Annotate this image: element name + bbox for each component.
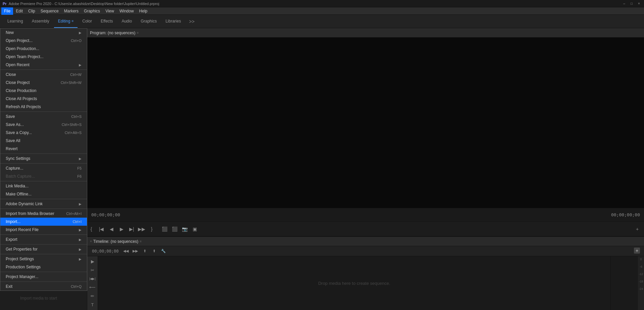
menu-item-close-all-projects[interactable]: Close All Projects — [0, 95, 87, 103]
timeline-back-btn[interactable]: ◀◀ — [122, 247, 130, 255]
timeline-extract-btn[interactable]: ⬆ — [150, 247, 158, 255]
maximize-button[interactable]: □ — [629, 1, 634, 6]
menu-markers[interactable]: Markers — [61, 7, 81, 15]
more-workspaces[interactable]: >> — [187, 17, 196, 26]
menu-item-save-copy[interactable]: Save a Copy... Ctrl+Alt+S — [0, 129, 87, 137]
timecode-right: 00;00;00;00 — [611, 212, 640, 217]
program-controls: { |◀ ◀ ▶ ▶| ▶▶ } ⬛ ⬛ 📷 ▣ + — [87, 221, 644, 236]
separator-5 — [0, 181, 87, 181]
program-monitor: Program: (no sequences) ≡ 00;00;00;00 00… — [87, 28, 644, 236]
menu-item-link-media[interactable]: Link Media... — [0, 182, 87, 190]
menu-item-exit[interactable]: Exit Ctrl+Q — [0, 282, 87, 291]
menu-clip[interactable]: Clip — [26, 7, 38, 15]
separator-4 — [0, 163, 87, 164]
insert-button[interactable]: ⬛ — [160, 225, 168, 233]
timecode-left: 00;00;00;00 — [91, 212, 120, 217]
step-forward-one[interactable]: ▶| — [128, 225, 136, 233]
separator-7 — [0, 209, 87, 209]
audio-scale: 0 -6 -12 -18 -24 — [638, 256, 644, 310]
menu-item-capture[interactable]: Capture... F5 — [0, 164, 87, 172]
separator-8 — [0, 234, 87, 235]
step-forward-many[interactable]: ▶▶ — [138, 225, 146, 233]
tab-learning[interactable]: Learning — [3, 15, 27, 28]
menu-item-import-from-media[interactable]: Import from Media Browser Ctrl+Alt+I — [0, 210, 87, 218]
text-tool-btn[interactable]: T — [88, 301, 97, 309]
program-menu-icon[interactable]: ≡ — [137, 31, 139, 35]
mark-out-button[interactable]: } — [148, 225, 156, 233]
import-hint: Import media to start — [20, 296, 57, 301]
program-timecode: 00;00;00;00 00;00;00;00 — [87, 208, 644, 221]
tab-assembly[interactable]: Assembly — [28, 15, 53, 28]
menu-item-open-project[interactable]: Open Project... Ctrl+O — [0, 37, 87, 45]
menu-item-open-production[interactable]: Open Production... — [0, 45, 87, 53]
menu-item-import-recent[interactable]: Import Recent File ▶ — [0, 226, 87, 234]
menu-file[interactable]: File — [1, 7, 13, 15]
menu-window[interactable]: Window — [117, 7, 137, 15]
window-title: Adobe Premiere Pro 2020 - C:\Users\e.aba… — [9, 2, 622, 6]
menu-item-project-settings[interactable]: Project Settings ▶ — [0, 255, 87, 263]
menu-item-save[interactable]: Save Ctrl+S — [0, 113, 87, 121]
mark-in-button[interactable]: { — [87, 225, 95, 233]
menu-item-new[interactable]: New ▶ — [0, 29, 87, 37]
selection-tool-btn[interactable]: ▶ — [88, 258, 97, 266]
program-header: Program: (no sequences) ≡ — [87, 28, 644, 38]
export-frame-button[interactable]: 📷 — [181, 225, 189, 233]
app-icon: Pr — [3, 2, 7, 6]
menu-graphics[interactable]: Graphics — [81, 7, 103, 15]
menu-item-open-team-project[interactable]: Open Team Project... — [0, 53, 87, 61]
timeline-toolbar: 00;00;00;00 ◀◀ ▶▶ ⬆ ⬆ 🔧 — [87, 246, 644, 256]
menu-item-save-as[interactable]: Save As... Ctrl+Shift+S — [0, 121, 87, 129]
menu-item-close[interactable]: Close Ctrl+W — [0, 71, 87, 79]
timeline-header: × Timeline: (no sequences) ≡ — [87, 237, 644, 246]
step-back-one[interactable]: ◀ — [107, 225, 115, 233]
tab-libraries[interactable]: Libraries — [161, 15, 185, 28]
menu-item-batch-capture[interactable]: Batch Capture... F6 — [0, 172, 87, 180]
timeline-wrench-btn[interactable]: 🔧 — [159, 247, 167, 255]
tab-color[interactable]: Color — [78, 15, 96, 28]
menu-item-import[interactable]: Import... Ctrl+I — [0, 218, 87, 226]
play-button[interactable]: ▶ — [117, 225, 126, 233]
menu-item-close-project[interactable]: Close Project Ctrl+Shift+W — [0, 79, 87, 87]
tab-audio[interactable]: Audio — [117, 15, 136, 28]
timeline-close-icon: × — [90, 239, 92, 243]
step-back-many[interactable]: |◀ — [97, 225, 105, 233]
separator-3 — [0, 153, 87, 154]
timeline-fwd-btn[interactable]: ▶▶ — [131, 247, 139, 255]
menu-item-make-offline[interactable]: Make Offline... — [0, 190, 87, 198]
tab-effects[interactable]: Effects — [97, 15, 117, 28]
main-area: New ▶ Open Project... Ctrl+O Open Produc… — [0, 28, 644, 310]
menu-item-save-all[interactable]: Save All — [0, 137, 87, 145]
track-select-btn[interactable]: ⟵ — [88, 283, 97, 292]
pen-tool-btn[interactable]: ✏ — [88, 292, 97, 300]
menu-item-export[interactable]: Export ▶ — [0, 235, 87, 243]
workspace-tabs: Learning Assembly Editing ≡ Color Effect… — [0, 15, 644, 28]
menu-item-get-properties[interactable]: Get Properties for ▶ — [0, 245, 87, 253]
menu-sequence[interactable]: Sequence — [38, 7, 61, 15]
razor-tool-btn[interactable]: ✂ — [88, 266, 97, 274]
menu-item-close-production[interactable]: Close Production — [0, 87, 87, 95]
tab-editing[interactable]: Editing ≡ — [54, 15, 78, 28]
menu-edit[interactable]: Edit — [13, 7, 26, 15]
menu-item-production-settings[interactable]: Production Settings — [0, 263, 87, 271]
timeline-lift-btn[interactable]: ⬆ — [141, 247, 149, 255]
menu-item-revert[interactable]: Revert — [0, 145, 87, 153]
minimize-button[interactable]: – — [622, 1, 627, 6]
compare-button[interactable]: ▣ — [191, 225, 199, 233]
add-to-timeline-button[interactable]: + — [633, 225, 641, 233]
ripple-tool-btn[interactable]: |◀▶| — [88, 275, 97, 283]
overwrite-button[interactable]: ⬛ — [170, 225, 179, 233]
tools-panel: ▶ ✂ |◀▶| ⟵ ✏ T — [87, 256, 98, 310]
menu-item-refresh-all-projects[interactable]: Refresh All Projects — [0, 103, 87, 111]
editing-tab-icon: ≡ — [71, 19, 73, 23]
menu-item-open-recent[interactable]: Open Recent ▶ — [0, 61, 87, 69]
tab-graphics[interactable]: Graphics — [137, 15, 161, 28]
separator-6 — [0, 199, 87, 199]
menu-item-sync-settings[interactable]: Sync Settings ▶ — [0, 154, 87, 163]
menu-item-project-manager[interactable]: Project Manager... — [0, 273, 87, 281]
timeline-menu-icon[interactable]: ≡ — [140, 239, 142, 243]
menu-item-adobe-dynamic-link[interactable]: Adobe Dynamic Link ▶ — [0, 200, 87, 208]
menu-help[interactable]: Help — [137, 7, 150, 15]
close-button[interactable]: × — [637, 1, 641, 6]
menu-view[interactable]: View — [103, 7, 117, 15]
timeline-timecode: 00;00;00;00 — [90, 248, 120, 254]
